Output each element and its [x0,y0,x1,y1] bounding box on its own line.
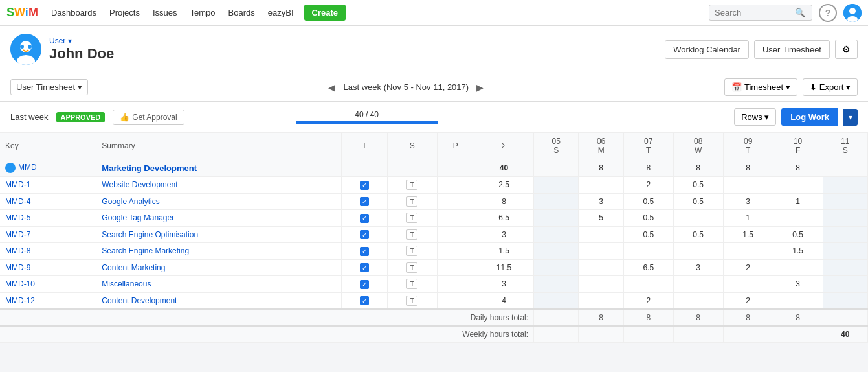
timesheet-dropdown-button[interactable]: 📅 Timesheet ▾ [724,78,797,96]
cell-d07[interactable]: 2 [623,292,673,309]
cell-d07[interactable] [623,243,673,260]
get-approval-button[interactable]: 👍 Get Approval [113,110,184,125]
cell-d06[interactable] [579,276,623,293]
cell-d05[interactable] [534,226,579,243]
cell-d05[interactable] [534,159,579,177]
help-icon[interactable]: ? [819,4,837,22]
checkbox[interactable] [360,280,369,289]
nav-tempo[interactable]: Tempo [185,0,221,26]
cell-d10[interactable] [773,259,823,276]
checkbox[interactable] [360,247,369,256]
cell-t[interactable] [341,243,387,260]
cell-d07[interactable]: 0.5 [623,193,673,210]
cell-d09[interactable]: 2 [723,259,773,276]
cell-d06[interactable]: 8 [579,159,623,177]
cell-d08[interactable] [673,292,723,309]
cell-d11[interactable] [823,243,867,260]
checkbox[interactable] [360,296,369,305]
nav-eazybi[interactable]: eazyBI [263,0,299,26]
t-badge[interactable]: T [406,262,417,273]
cell-d09[interactable] [723,276,773,293]
cell-d06[interactable] [579,259,623,276]
cell-d05[interactable] [534,292,579,309]
cell-d08[interactable]: 3 [673,259,723,276]
cell-s[interactable]: T [387,210,437,227]
cell-key[interactable]: MMD-8 [0,243,96,260]
cell-d05[interactable] [534,243,579,260]
cell-d09[interactable]: 1.5 [723,226,773,243]
key-link[interactable]: MMD-7 [5,230,30,239]
summary-link[interactable]: Miscellaneous [102,279,151,288]
cell-summary[interactable]: Search Engine Marketing [96,243,342,260]
cell-d08[interactable] [673,210,723,227]
summary-link[interactable]: Marketing Development [102,163,197,173]
cell-d07[interactable]: 8 [623,159,673,177]
cell-t[interactable] [341,193,387,210]
cell-d10[interactable] [773,210,823,227]
cell-d07[interactable] [623,276,673,293]
summary-link[interactable]: Search Engine Optimisation [102,230,198,239]
key-link[interactable]: MMD-10 [5,279,35,288]
nav-issues[interactable]: Issues [148,0,183,26]
cell-s[interactable]: T [387,193,437,210]
cell-d09[interactable]: 3 [723,193,773,210]
key-link[interactable]: MMD-1 [5,180,30,189]
cell-summary[interactable]: Google Analytics [96,193,342,210]
cell-key[interactable]: MMD-1 [0,177,96,194]
cell-d09[interactable]: 8 [723,159,773,177]
cell-d11[interactable] [823,193,867,210]
log-work-button[interactable]: Log Work [781,108,838,126]
search-box[interactable]: 🔍 [709,5,812,21]
cell-key[interactable]: MMD-12 [0,292,96,309]
cell-d06[interactable] [579,292,623,309]
key-link[interactable]: MMD-12 [5,296,35,305]
nav-projects[interactable]: Projects [104,0,145,26]
key-link[interactable]: MMD-5 [5,213,30,222]
cell-d08[interactable]: 8 [673,159,723,177]
cell-d10[interactable] [773,292,823,309]
cell-d06[interactable] [579,226,623,243]
log-work-arrow-button[interactable]: ▾ [843,109,858,126]
cell-t[interactable] [341,292,387,309]
t-badge[interactable]: T [406,196,417,207]
rows-dropdown[interactable]: Rows ▾ [734,108,776,126]
cell-d11[interactable] [823,292,867,309]
next-period-button[interactable]: ▶ [474,80,486,95]
cell-s[interactable]: T [387,226,437,243]
t-badge[interactable]: T [406,279,417,289]
cell-d08[interactable]: 0.5 [673,226,723,243]
cell-d09[interactable] [723,177,773,194]
cell-d11[interactable] [823,159,867,177]
cell-d10[interactable]: 3 [773,276,823,293]
cell-d05[interactable] [534,259,579,276]
cell-key[interactable]: MMD-5 [0,210,96,227]
checkbox[interactable] [360,197,369,206]
checkbox[interactable] [360,230,369,239]
t-badge[interactable]: T [406,246,417,256]
create-button[interactable]: Create [304,5,346,21]
user-timesheet-dropdown[interactable]: User Timesheet ▾ [10,79,88,95]
summary-link[interactable]: Website Development [102,180,177,189]
cell-d09[interactable]: 2 [723,292,773,309]
cell-s[interactable]: T [387,177,437,194]
cell-d08[interactable] [673,243,723,260]
t-badge[interactable]: T [406,180,417,190]
cell-s[interactable]: T [387,243,437,260]
cell-d07[interactable]: 2 [623,177,673,194]
cell-d10[interactable]: 8 [773,159,823,177]
cell-key[interactable]: MMD-4 [0,193,96,210]
cell-d11[interactable] [823,259,867,276]
cell-d10[interactable]: 0.5 [773,226,823,243]
cell-key[interactable]: MMD-7 [0,226,96,243]
cell-d06[interactable]: 3 [579,193,623,210]
cell-d07[interactable]: 6.5 [623,259,673,276]
nav-boards[interactable]: Boards [223,0,260,26]
summary-link[interactable]: Content Development [102,296,177,305]
cell-d09[interactable]: 1 [723,210,773,227]
cell-summary[interactable]: Search Engine Optimisation [96,226,342,243]
cell-d11[interactable] [823,226,867,243]
cell-summary[interactable]: Marketing Development [96,159,342,177]
summary-link[interactable]: Content Marketing [102,263,165,272]
cell-d08[interactable] [673,276,723,293]
cell-t[interactable] [341,177,387,194]
